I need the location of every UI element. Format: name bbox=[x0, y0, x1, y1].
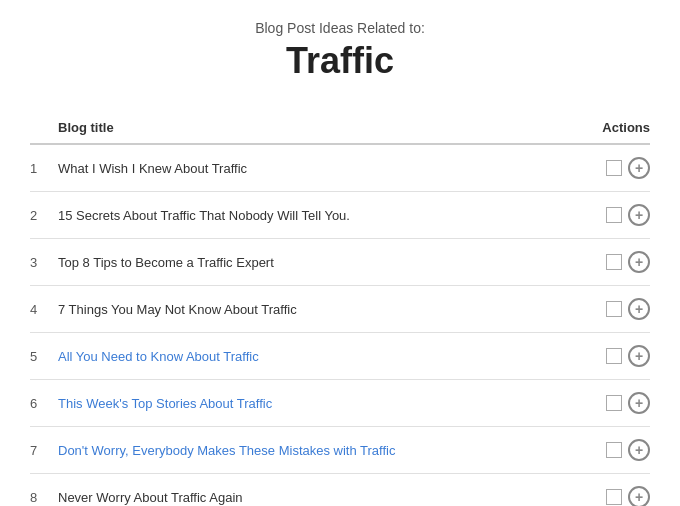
table-row: 8 Never Worry About Traffic Again + bbox=[30, 474, 650, 506]
table-header: Blog title Actions bbox=[30, 112, 650, 145]
col-title-label: Blog title bbox=[30, 120, 570, 135]
add-button[interactable]: + bbox=[628, 439, 650, 461]
row-actions: + bbox=[570, 298, 650, 320]
select-checkbox[interactable] bbox=[606, 254, 622, 270]
add-button[interactable]: + bbox=[628, 298, 650, 320]
row-actions: + bbox=[570, 204, 650, 226]
add-button[interactable]: + bbox=[628, 157, 650, 179]
select-checkbox[interactable] bbox=[606, 442, 622, 458]
select-checkbox[interactable] bbox=[606, 207, 622, 223]
select-checkbox[interactable] bbox=[606, 489, 622, 505]
row-blog-title: This Week's Top Stories About Traffic bbox=[52, 396, 570, 411]
table-row: 6 This Week's Top Stories About Traffic … bbox=[30, 380, 650, 427]
row-blog-title: Don't Worry, Everybody Makes These Mista… bbox=[52, 443, 570, 458]
page-header: Blog Post Ideas Related to: Traffic bbox=[0, 0, 680, 92]
add-button[interactable]: + bbox=[628, 486, 650, 506]
select-checkbox[interactable] bbox=[606, 301, 622, 317]
row-number: 8 bbox=[30, 490, 52, 505]
row-number: 6 bbox=[30, 396, 52, 411]
row-actions: + bbox=[570, 486, 650, 506]
col-actions-label: Actions bbox=[570, 120, 650, 135]
row-actions: + bbox=[570, 439, 650, 461]
add-button[interactable]: + bbox=[628, 392, 650, 414]
table-row: 1 What I Wish I Knew About Traffic + bbox=[30, 145, 650, 192]
header-subtitle: Blog Post Ideas Related to: bbox=[0, 20, 680, 36]
row-actions: + bbox=[570, 345, 650, 367]
add-button[interactable]: + bbox=[628, 251, 650, 273]
row-number: 2 bbox=[30, 208, 52, 223]
blog-ideas-table: Blog title Actions 1 What I Wish I Knew … bbox=[0, 92, 680, 506]
row-number: 5 bbox=[30, 349, 52, 364]
table-row: 2 15 Secrets About Traffic That Nobody W… bbox=[30, 192, 650, 239]
row-actions: + bbox=[570, 157, 650, 179]
row-blog-title: What I Wish I Knew About Traffic bbox=[52, 161, 570, 176]
row-actions: + bbox=[570, 392, 650, 414]
add-button[interactable]: + bbox=[628, 204, 650, 226]
row-number: 1 bbox=[30, 161, 52, 176]
select-checkbox[interactable] bbox=[606, 395, 622, 411]
row-number: 7 bbox=[30, 443, 52, 458]
row-number: 4 bbox=[30, 302, 52, 317]
row-actions: + bbox=[570, 251, 650, 273]
row-blog-title: All You Need to Know About Traffic bbox=[52, 349, 570, 364]
table-row: 4 7 Things You May Not Know About Traffi… bbox=[30, 286, 650, 333]
row-number: 3 bbox=[30, 255, 52, 270]
table-row: 5 All You Need to Know About Traffic + bbox=[30, 333, 650, 380]
add-button[interactable]: + bbox=[628, 345, 650, 367]
row-blog-title: Never Worry About Traffic Again bbox=[52, 490, 570, 505]
header-title: Traffic bbox=[0, 40, 680, 82]
select-checkbox[interactable] bbox=[606, 348, 622, 364]
row-blog-title: 15 Secrets About Traffic That Nobody Wil… bbox=[52, 208, 570, 223]
table-row: 7 Don't Worry, Everybody Makes These Mis… bbox=[30, 427, 650, 474]
table-row: 3 Top 8 Tips to Become a Traffic Expert … bbox=[30, 239, 650, 286]
row-blog-title: Top 8 Tips to Become a Traffic Expert bbox=[52, 255, 570, 270]
select-checkbox[interactable] bbox=[606, 160, 622, 176]
row-blog-title: 7 Things You May Not Know About Traffic bbox=[52, 302, 570, 317]
